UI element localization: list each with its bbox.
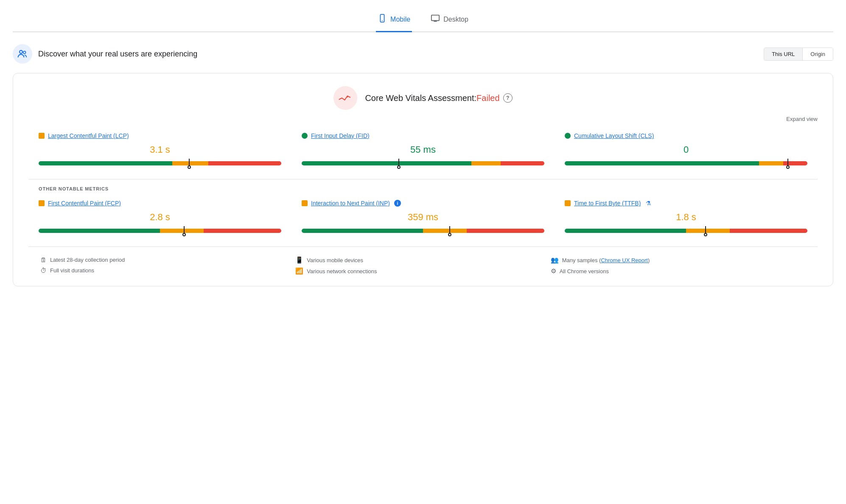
tab-row: Mobile Desktop <box>13 8 833 32</box>
chrome-ux-link[interactable]: Chrome UX Report <box>601 257 648 263</box>
cls-name[interactable]: Cumulative Layout Shift (CLS) <box>574 132 654 139</box>
footer-item-network: 📶 Various network connections <box>295 266 550 277</box>
desktop-icon <box>431 14 440 25</box>
lcp-bar-container <box>39 161 281 165</box>
fid-bar-container <box>302 161 544 165</box>
footer-col2: 📱 Various mobile devices 📶 Various netwo… <box>295 255 550 277</box>
svg-point-1 <box>382 20 383 21</box>
footer-item-samples: 👥 Many samples (Chrome UX Report) <box>551 255 806 266</box>
fcp-marker <box>182 226 186 236</box>
ttfb-bar-container <box>565 229 807 233</box>
inp-bar-container <box>302 229 544 233</box>
fcp-name[interactable]: First Contentful Paint (FCP) <box>48 200 121 207</box>
svg-rect-2 <box>431 15 439 21</box>
timer-icon: ⏱ <box>40 267 47 274</box>
svg-point-6 <box>23 51 26 54</box>
inp-name[interactable]: Interaction to Next Paint (INP) <box>311 200 390 207</box>
other-metrics-label: OTHER NOTABLE METRICS <box>28 186 818 191</box>
footer-item-chrome: ⚙ All Chrome versions <box>551 266 806 277</box>
lcp-name[interactable]: Largest Contentful Paint (LCP) <box>48 132 129 139</box>
inp-marker <box>448 226 451 236</box>
fcp-bar-container <box>39 229 281 233</box>
chrome-versions-text: All Chrome versions <box>560 268 609 274</box>
metric-fcp: First Contentful Paint (FCP) 2.8 s <box>28 193 291 246</box>
other-metrics-grid: First Contentful Paint (FCP) 2.8 s Inter… <box>28 193 818 246</box>
visit-duration-text: Full visit durations <box>50 267 94 274</box>
calendar-icon: 🗓 <box>40 256 47 263</box>
lcp-dot <box>39 133 45 139</box>
mobile-icon <box>378 14 387 25</box>
header-left: Discover what your real users are experi… <box>13 44 197 64</box>
assessment-icon <box>333 86 357 110</box>
footer-item-collection: 🗓 Latest 28-day collection period <box>40 255 295 265</box>
section-divider <box>28 179 818 179</box>
fcp-value: 2.8 s <box>39 212 281 223</box>
cls-marker <box>786 159 790 169</box>
samples-icon: 👥 <box>551 256 559 264</box>
this-url-button[interactable]: This URL <box>764 48 803 60</box>
users-icon <box>17 48 28 60</box>
expand-link[interactable]: Expand view <box>786 116 818 122</box>
footer-col3: 👥 Many samples (Chrome UX Report) ⚙ All … <box>551 255 806 277</box>
footer-item-devices: 📱 Various mobile devices <box>295 255 550 266</box>
metric-inp: Interaction to Next Paint (INP) i 359 ms <box>291 193 555 246</box>
assessment-text: Core Web Vitals Assessment: Failed ? <box>365 93 512 103</box>
inp-value: 359 ms <box>302 212 544 223</box>
footer-col1: 🗓 Latest 28-day collection period ⏱ Full… <box>40 255 295 277</box>
samples-text: Many samples (Chrome UX Report) <box>562 257 650 263</box>
fid-dot <box>302 133 308 139</box>
avatar <box>13 44 32 64</box>
ttfb-marker <box>704 226 707 236</box>
tab-desktop-label: Desktop <box>443 16 468 23</box>
inp-dot <box>302 200 308 206</box>
url-toggle: This URL Origin <box>764 48 833 61</box>
svg-point-5 <box>20 50 22 53</box>
cls-bar-container <box>565 161 807 165</box>
ttfb-name[interactable]: Time to First Byte (TTFB) <box>574 200 641 207</box>
cls-value: 0 <box>565 144 807 155</box>
ttfb-value: 1.8 s <box>565 212 807 223</box>
fcp-dot <box>39 200 45 206</box>
failed-chart-icon <box>339 94 352 102</box>
mobile-devices-icon: 📱 <box>295 256 303 264</box>
cls-header: Cumulative Layout Shift (CLS) <box>565 132 807 139</box>
mobile-devices-text: Various mobile devices <box>307 257 363 263</box>
lcp-value: 3.1 s <box>39 144 281 155</box>
metric-ttfb: Time to First Byte (TTFB) ⚗ 1.8 s <box>555 193 818 246</box>
expand-row: Expand view <box>28 116 818 122</box>
footer-item-duration: ⏱ Full visit durations <box>40 265 295 276</box>
fcp-header: First Contentful Paint (FCP) <box>39 200 281 207</box>
origin-button[interactable]: Origin <box>803 48 833 60</box>
assessment-header: Core Web Vitals Assessment: Failed ? <box>28 86 818 110</box>
fid-value: 55 ms <box>302 144 544 155</box>
ttfb-lab-icon[interactable]: ⚗ <box>646 200 651 207</box>
inp-header: Interaction to Next Paint (INP) i <box>302 200 544 207</box>
help-icon[interactable]: ? <box>503 93 513 103</box>
assessment-status: Failed <box>476 93 499 103</box>
assessment-prefix: Core Web Vitals Assessment: <box>365 93 476 103</box>
metric-cls: Cumulative Layout Shift (CLS) 0 <box>555 129 818 179</box>
fid-header: First Input Delay (FID) <box>302 132 544 139</box>
main-card: Core Web Vitals Assessment: Failed ? Exp… <box>13 73 833 286</box>
metric-lcp: Largest Contentful Paint (LCP) 3.1 s <box>28 129 291 179</box>
tab-mobile[interactable]: Mobile <box>376 9 412 32</box>
tab-mobile-label: Mobile <box>390 16 410 23</box>
lcp-marker <box>188 159 191 169</box>
cls-dot <box>565 133 571 139</box>
fid-marker <box>397 159 401 169</box>
lcp-header: Largest Contentful Paint (LCP) <box>39 132 281 139</box>
metric-fid: First Input Delay (FID) 55 ms <box>291 129 555 179</box>
tab-desktop[interactable]: Desktop <box>429 9 470 32</box>
network-icon: 📶 <box>295 267 303 275</box>
network-text: Various network connections <box>307 268 377 274</box>
chrome-icon: ⚙ <box>551 267 556 275</box>
footer-section: 🗓 Latest 28-day collection period ⏱ Full… <box>28 246 818 286</box>
fid-name[interactable]: First Input Delay (FID) <box>311 132 370 139</box>
header-row: Discover what your real users are experi… <box>13 44 833 64</box>
page-title: Discover what your real users are experi… <box>38 50 197 59</box>
collection-period-text: Latest 28-day collection period <box>50 257 125 263</box>
core-metrics-grid: Largest Contentful Paint (LCP) 3.1 s Fir… <box>28 129 818 179</box>
ttfb-header: Time to First Byte (TTFB) ⚗ <box>565 200 807 207</box>
inp-info-icon[interactable]: i <box>394 200 401 207</box>
ttfb-dot <box>565 200 571 206</box>
